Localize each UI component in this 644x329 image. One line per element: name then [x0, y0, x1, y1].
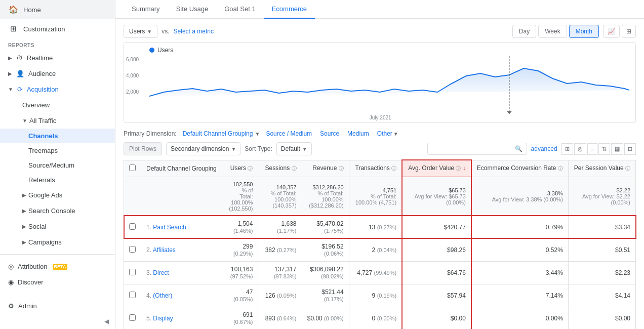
- other-dropdown-btn[interactable]: Other ▼: [377, 130, 398, 137]
- row-psv-cell: $2.23: [568, 261, 635, 284]
- chevron-down-icon: ▼: [8, 87, 13, 92]
- table-view-btn-1[interactable]: ⊞: [561, 143, 573, 155]
- tab-summary[interactable]: Summary: [124, 0, 168, 19]
- medium-link[interactable]: Medium: [347, 130, 369, 137]
- sidebar-item-google-ads[interactable]: ▶ Google Ads: [0, 187, 115, 203]
- view-month-button[interactable]: Month: [569, 25, 599, 38]
- tab-goal-set-1[interactable]: Goal Set 1: [216, 0, 263, 19]
- table-row: 5. Display 691 (0.67%) 893 (0.64%) $0.00…: [124, 307, 636, 329]
- view-day-button[interactable]: Day: [512, 25, 536, 38]
- total-sessions-cell: 140,357 % of Total: 100.00% (140,357): [258, 177, 302, 216]
- table-search-input[interactable]: [432, 145, 513, 152]
- th-ecr[interactable]: Ecommerce Conversion Rate ⓘ: [471, 160, 569, 177]
- row-users-cell: 691 (0.67%): [222, 307, 258, 329]
- legend-label: Users: [157, 47, 173, 54]
- row-number: 2.: [146, 246, 151, 254]
- advanced-link[interactable]: advanced: [531, 145, 557, 152]
- sidebar-item-source-medium[interactable]: Source/Medium: [0, 158, 115, 173]
- row-avg-order-cell: $64.76: [402, 261, 471, 284]
- chart-controls: Users ▼ vs. Select a metric Day Week Mon…: [124, 25, 636, 38]
- row-checkbox[interactable]: [129, 292, 136, 298]
- line-chart-button[interactable]: 📈: [603, 25, 620, 38]
- home-icon: 🏠: [8, 5, 18, 14]
- psv-info-icon: ⓘ: [625, 166, 630, 171]
- table-view-btn-5[interactable]: ▦: [611, 143, 623, 155]
- chart-area: Users 6,000 4,000 2,000 July 2021: [124, 42, 636, 123]
- sidebar-item-audience[interactable]: ▶ 👤 Audience: [0, 66, 115, 81]
- sort-type-selector[interactable]: Default ▼: [276, 142, 312, 155]
- row-psv-cell: $0.00: [568, 307, 635, 329]
- chevron-right-icon: ▶: [8, 71, 12, 76]
- sidebar-item-social[interactable]: ▶ Social: [0, 219, 115, 234]
- row-ecr-cell: 7.14%: [471, 284, 569, 307]
- table-view-btn-6[interactable]: ⊟: [624, 143, 636, 155]
- sessions-info-icon: ⓘ: [292, 166, 297, 171]
- channel-link[interactable]: Affiliates: [153, 246, 176, 254]
- tab-ecommerce[interactable]: Ecommerce: [264, 0, 315, 19]
- total-checkbox-cell: [124, 177, 141, 216]
- row-transactions-cell: 9 (0.19%): [349, 284, 402, 307]
- sidebar-item-referrals[interactable]: Referrals: [0, 173, 115, 187]
- th-users[interactable]: Users ⓘ: [222, 160, 258, 177]
- row-checkbox[interactable]: [129, 314, 136, 321]
- row-checkbox-cell: [124, 216, 141, 238]
- table-row: 4. (Other) 47 (0.05%) 126 (0.09%) $521.4…: [124, 284, 636, 307]
- sidebar-item-discover[interactable]: ◉ Discover: [0, 274, 115, 290]
- select-all-checkbox[interactable]: [129, 164, 136, 171]
- th-avg-order[interactable]: Avg. Order Value ⓘ ↓: [402, 160, 471, 177]
- row-psv-cell: $3.34: [568, 216, 635, 238]
- table-view-btn-4[interactable]: ⇅: [598, 143, 610, 155]
- plot-rows-button: Plot Rows: [124, 142, 162, 155]
- sidebar-item-treemaps[interactable]: Treemaps: [0, 143, 115, 158]
- tab-site-usage[interactable]: Site Usage: [168, 0, 217, 19]
- source-link[interactable]: Source: [320, 130, 339, 137]
- row-users-cell: 100,163 (97.52%): [222, 261, 258, 284]
- channel-link[interactable]: Direct: [153, 269, 169, 276]
- th-psv[interactable]: Per Session Value ⓘ: [568, 160, 635, 177]
- select-metric-link[interactable]: Select a metric: [174, 28, 214, 35]
- sort-type-label: Sort Type:: [245, 145, 272, 152]
- acquisition-icon: ⟳: [17, 86, 23, 93]
- search-icon[interactable]: 🔍: [515, 145, 522, 152]
- legend-dot: [149, 48, 154, 53]
- row-checkbox[interactable]: [129, 246, 136, 253]
- sidebar-item-attribution[interactable]: ◎ Attribution BETA: [0, 259, 115, 274]
- th-revenue[interactable]: Revenue ⓘ: [302, 160, 349, 177]
- sidebar-collapse-button[interactable]: ◀: [0, 314, 115, 329]
- row-checkbox-cell: [124, 307, 141, 329]
- th-transactions[interactable]: Transactions ⓘ: [349, 160, 402, 177]
- source-medium-link[interactable]: Source / Medium: [266, 130, 312, 137]
- sidebar-item-all-traffic[interactable]: ▼ All Traffic: [0, 113, 115, 129]
- secondary-dimension-selector[interactable]: Secondary dimension ▼: [166, 142, 240, 155]
- sidebar-item-overview[interactable]: Overview: [0, 97, 115, 113]
- row-checkbox[interactable]: [129, 223, 136, 230]
- table-view-btn-3[interactable]: ≡: [587, 143, 597, 155]
- channel-link[interactable]: Paid Search: [153, 224, 186, 231]
- sidebar-item-channels[interactable]: Channels: [0, 129, 115, 143]
- sidebar-item-search-console[interactable]: ▶ Search Console: [0, 203, 115, 219]
- row-users-cell: 1,504 (1.46%): [222, 216, 258, 238]
- view-week-button[interactable]: Week: [538, 25, 567, 38]
- chart-type-buttons: 📈 ⊞: [603, 25, 636, 38]
- channel-link[interactable]: (Other): [153, 292, 172, 299]
- bar-chart-button[interactable]: ⊞: [622, 25, 636, 38]
- sidebar-item-admin[interactable]: ⚙ Admin: [0, 298, 115, 314]
- th-sessions[interactable]: Sessions ⓘ: [258, 160, 302, 177]
- table-search-box: 🔍: [427, 143, 527, 155]
- channel-link[interactable]: Display: [153, 315, 173, 322]
- sidebar-item-campaigns[interactable]: ▶ Campaigns: [0, 234, 115, 250]
- sidebar-item-realtime[interactable]: ▶ ⏱ Realtime: [0, 50, 115, 66]
- row-ecr-cell: 0.79%: [471, 216, 569, 238]
- row-checkbox[interactable]: [129, 269, 136, 275]
- svg-marker-1: [507, 111, 511, 114]
- table-view-btn-2[interactable]: ◎: [574, 143, 586, 155]
- row-transactions-cell: 4,727 (99.49%): [349, 261, 402, 284]
- default-channel-grouping-btn[interactable]: Default Channel Grouping ▼: [181, 129, 262, 138]
- metric-selector[interactable]: Users ▼: [124, 25, 157, 38]
- sidebar-item-home[interactable]: 🏠 Home: [0, 0, 115, 19]
- sidebar-item-customization[interactable]: ⊞ Customization: [0, 19, 115, 38]
- sidebar-item-acquisition[interactable]: ▼ ⟳ Acquisition: [0, 81, 115, 97]
- sort-arrow-icon: ↓: [463, 164, 466, 172]
- th-channel: Default Channel Grouping: [141, 160, 222, 177]
- sidebar-item-label: Discover: [18, 278, 44, 286]
